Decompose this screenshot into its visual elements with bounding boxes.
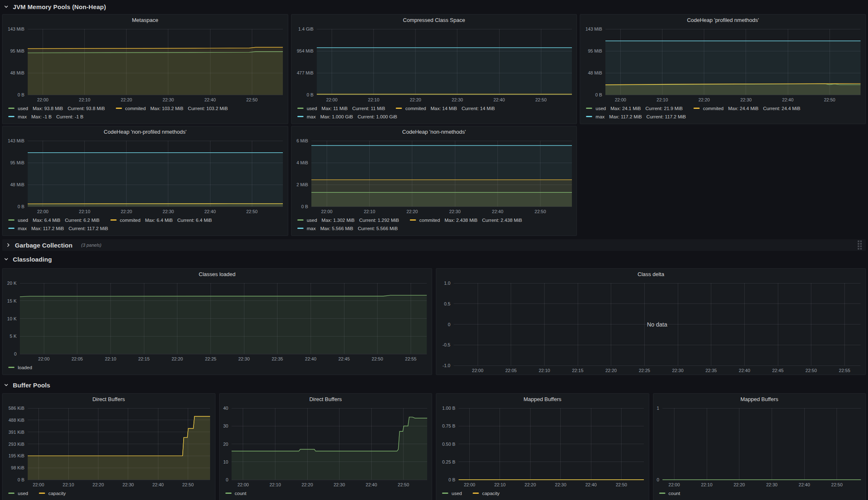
svg-text:22:20: 22:20 — [410, 97, 421, 102]
panel-legend: count — [653, 489, 866, 500]
svg-text:22:50: 22:50 — [535, 97, 547, 102]
legend-item-used[interactable]: used — [8, 489, 28, 498]
legend-item-capacity[interactable]: capacity — [39, 489, 66, 498]
legend-item-commited[interactable]: commitedMax: 6.4 MiBCurrent: 6.4 MiB — [110, 216, 212, 224]
panel-title[interactable]: Compressed Class Space — [292, 14, 577, 26]
svg-text:22:50: 22:50 — [616, 482, 627, 487]
panel-title[interactable]: Direct Buffers — [2, 394, 215, 405]
svg-text:15 K: 15 K — [7, 298, 17, 303]
legend-item-max[interactable]: maxMax: -1 BCurrent: -1 B — [8, 113, 284, 121]
svg-text:No data: No data — [647, 321, 667, 328]
svg-text:22:30: 22:30 — [333, 482, 345, 487]
svg-text:30: 30 — [223, 423, 228, 428]
chart-canvas[interactable]: 22:0022:1022:2022:3022:4022:50143 MiB95 … — [2, 137, 288, 216]
svg-text:22:30: 22:30 — [452, 97, 463, 102]
chart-canvas[interactable]: 22:0022:1022:2022:3022:4022:506 MiB4 MiB… — [292, 137, 577, 216]
legend-item-commited[interactable]: commitedMax: 2.438 MiBCurrent: 2.438 MiB — [410, 216, 522, 224]
panel-title[interactable]: Class delta — [436, 269, 866, 280]
svg-text:22:40: 22:40 — [204, 97, 216, 102]
svg-text:477 MiB: 477 MiB — [297, 70, 313, 75]
series-color-swatch — [110, 219, 117, 221]
svg-text:4 MiB: 4 MiB — [297, 160, 308, 165]
legend-item-used[interactable]: usedMax: 11 MiBCurrent: 11 MiB — [297, 104, 385, 113]
legend-item-used[interactable]: usedMax: 93.8 MiBCurrent: 93.8 MiB — [8, 104, 105, 113]
legend-item-used[interactable]: usedMax: 24.1 MiBCurrent: 21.9 MiB — [586, 104, 683, 113]
svg-text:22:50: 22:50 — [806, 368, 817, 373]
chart-svg: 22:0022:0522:1022:1522:2022:2522:3022:35… — [2, 280, 432, 363]
svg-text:22:35: 22:35 — [705, 368, 717, 373]
svg-text:22:40: 22:40 — [305, 356, 317, 361]
legend-item-commited[interactable]: commitedMax: 24.4 MiBCurrent: 24.4 MiB — [693, 104, 800, 113]
series-color-swatch — [297, 228, 304, 229]
chart-canvas[interactable]: 22:0022:1022:2022:3022:4022:50143 MiB95 … — [2, 26, 288, 104]
section-title: Garbage Collection — [15, 242, 72, 249]
svg-text:20 K: 20 K — [7, 281, 17, 286]
panel-title[interactable]: Metaspace — [2, 14, 288, 26]
svg-text:22:15: 22:15 — [138, 356, 150, 361]
panel-title[interactable]: Mapped Buffers — [436, 394, 649, 405]
svg-text:1.0: 1.0 — [444, 281, 450, 286]
svg-text:954 MiB: 954 MiB — [297, 48, 313, 53]
chart-svg: 22:0022:1022:2022:3022:4022:501.4 GiB954… — [292, 26, 577, 104]
legend-item-max[interactable]: maxMax: 5.566 MiBCurrent: 5.566 MiB — [297, 224, 573, 233]
svg-text:22:10: 22:10 — [363, 209, 375, 214]
svg-text:22:00: 22:00 — [37, 209, 49, 214]
legend-item-max[interactable]: maxMax: 117.2 MiBCurrent: 117.2 MiB — [8, 224, 284, 233]
section-header-classloading[interactable]: Classloading — [2, 253, 866, 265]
chevron-down-icon — [3, 382, 9, 388]
svg-text:40: 40 — [223, 406, 228, 411]
legend-item-used[interactable]: usedMax: 6.4 MiBCurrent: 6.2 MiB — [8, 216, 100, 224]
legend-item-max[interactable]: maxMax: 1.000 GiBCurrent: 1.000 GiB — [297, 113, 573, 121]
svg-text:22:40: 22:40 — [492, 209, 503, 214]
panel-row-nonheap-2: CodeHeap 'non-profiled nmethods' 22:0022… — [2, 126, 866, 236]
svg-text:22:30: 22:30 — [163, 97, 174, 102]
section-header-jvm-memory-pools-non-heap[interactable]: JVM Memory Pools (Non-Heap) — [2, 1, 866, 12]
svg-text:22:40: 22:40 — [152, 482, 164, 487]
panel-title[interactable]: Classes loaded — [2, 269, 432, 280]
svg-text:22:30: 22:30 — [740, 97, 752, 102]
svg-text:22:55: 22:55 — [405, 356, 417, 361]
legend-item-used[interactable]: used — [442, 489, 462, 498]
series-color-swatch — [39, 493, 45, 494]
svg-text:95 MiB: 95 MiB — [10, 160, 24, 165]
svg-text:488 KiB: 488 KiB — [8, 418, 24, 423]
row-drag-handle-icon[interactable] — [858, 240, 862, 250]
legend-item-loaded[interactable]: loaded — [8, 363, 32, 372]
chevron-down-icon — [3, 4, 9, 10]
svg-text:0.5: 0.5 — [444, 301, 450, 306]
panel-title[interactable]: Mapped Buffers — [653, 394, 866, 405]
section-header-buffer-pools[interactable]: Buffer Pools — [2, 379, 866, 391]
chart-canvas[interactable]: 22:0022:1022:2022:3022:4022:501.4 GiB954… — [292, 26, 577, 104]
legend-item-used[interactable]: usedMax: 1.302 MiBCurrent: 1.292 MiB — [297, 216, 399, 224]
legend-item-max[interactable]: maxMax: 117.2 MiBCurrent: 117.2 MiB — [586, 113, 861, 121]
svg-text:22:30: 22:30 — [163, 209, 174, 214]
chart-canvas[interactable]: 22:0022:0522:1022:1522:2022:2522:3022:35… — [2, 280, 432, 363]
svg-text:391 KiB: 391 KiB — [8, 430, 24, 435]
panel-title[interactable]: Direct Buffers — [220, 394, 432, 405]
legend-item-count[interactable]: count — [659, 489, 680, 498]
svg-text:22:20: 22:20 — [121, 209, 132, 214]
svg-text:586 KiB: 586 KiB — [8, 406, 24, 411]
chart-canvas[interactable]: 22:0022:1022:2022:3022:4022:50143 MiB95 … — [580, 26, 866, 104]
panel-title[interactable]: CodeHeap 'profiled nmethods' — [580, 14, 866, 26]
svg-text:48 MiB: 48 MiB — [10, 182, 24, 187]
legend-item-count[interactable]: count — [225, 489, 246, 498]
legend-item-commited[interactable]: commitedMax: 14 MiBCurrent: 14 MiB — [396, 104, 495, 113]
svg-text:0 B: 0 B — [17, 92, 24, 97]
chart-canvas[interactable]: 22:0022:1022:2022:3022:4022:5010 — [653, 405, 866, 489]
panel-title[interactable]: CodeHeap 'non-nmethods' — [292, 126, 577, 137]
section-header-garbage-collection[interactable]: Garbage Collection (3 panels) — [2, 239, 866, 251]
svg-text:22:30: 22:30 — [672, 368, 684, 373]
legend-item-commited[interactable]: commitedMax: 103.2 MiBCurrent: 103.2 MiB — [116, 104, 228, 113]
legend-item-capacity[interactable]: capacity — [473, 489, 500, 498]
panel-codeheap-profiled-nmethods: CodeHeap 'profiled nmethods' 22:0022:102… — [580, 14, 866, 124]
chart-canvas[interactable]: 22:0022:1022:2022:3022:4022:50403020100 — [220, 405, 432, 489]
panel-legend: count — [220, 489, 432, 500]
section-title: Buffer Pools — [13, 382, 50, 389]
svg-text:22:00: 22:00 — [237, 482, 249, 487]
panel-row-nonheap-1: Metaspace 22:0022:1022:2022:3022:4022:50… — [2, 14, 866, 124]
chart-canvas[interactable]: 22:0022:1022:2022:3022:4022:501.00 B0.75… — [436, 405, 649, 489]
chart-canvas[interactable]: 22:0022:0522:1022:1522:2022:2522:3022:35… — [436, 280, 866, 375]
chart-canvas[interactable]: 22:0022:1022:2022:3022:4022:50586 KiB488… — [2, 405, 215, 489]
panel-title[interactable]: CodeHeap 'non-profiled nmethods' — [2, 126, 288, 137]
